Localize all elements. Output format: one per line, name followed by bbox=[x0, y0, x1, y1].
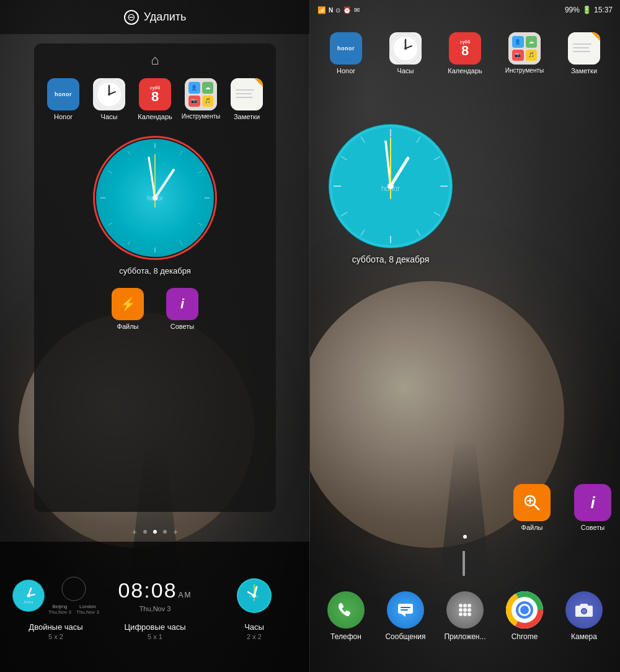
home-icon-row: ⌂ bbox=[34, 43, 276, 73]
svg-point-66 bbox=[459, 604, 463, 607]
honor-icon: honor bbox=[47, 78, 79, 110]
dot-3 bbox=[163, 530, 167, 534]
notes-label-right: Заметки bbox=[571, 67, 597, 75]
double-clock-name: Двойные часы bbox=[29, 622, 82, 632]
double-clock-icons: Beijing Beijing Thu,Nov 3 London bbox=[12, 574, 99, 617]
home-icon: ⌂ bbox=[151, 52, 159, 68]
top-app-grid: honor Honor Часы bbox=[34, 73, 276, 123]
dock-messages[interactable]: Сообщения bbox=[381, 591, 430, 641]
clock-icon-right bbox=[389, 32, 422, 65]
svg-point-38 bbox=[404, 47, 407, 50]
svg-line-17 bbox=[155, 170, 174, 198]
clock-icon bbox=[93, 78, 125, 110]
small-clock-icon-row: honor bbox=[211, 574, 298, 617]
app-notes[interactable]: Заметки bbox=[226, 78, 268, 121]
app-tools-right[interactable]: 👤 ☁ 📷 🎵 Инструменты bbox=[503, 32, 546, 75]
chrome-icon bbox=[506, 591, 543, 629]
clock-label: Часы bbox=[101, 113, 118, 121]
svg-point-24 bbox=[27, 594, 30, 597]
app-calendar[interactable]: субб 8 Календарь bbox=[134, 78, 176, 121]
clock-label-right: Часы bbox=[397, 67, 414, 75]
camera-label: Камера bbox=[571, 632, 597, 641]
svg-point-72 bbox=[459, 612, 463, 616]
app-tips-right[interactable]: i Советы bbox=[572, 484, 614, 532]
status-left: 📶 N ⊙ ⏰ ✉ bbox=[317, 6, 360, 14]
left-top-bar: ⊖ Удалить bbox=[0, 0, 310, 34]
app-files-card[interactable]: ⚡ Файлы bbox=[107, 288, 149, 331]
files-icon-right bbox=[513, 484, 551, 521]
svg-point-4 bbox=[108, 93, 110, 96]
small-clock-beijing: Beijing bbox=[12, 580, 45, 612]
svg-line-12 bbox=[128, 241, 130, 245]
notes-label: Заметки bbox=[234, 113, 260, 121]
dot-2-active bbox=[153, 530, 157, 534]
delete-button[interactable]: ⊖ Удалить bbox=[124, 10, 187, 25]
dock-chrome[interactable]: Chrome bbox=[500, 591, 549, 641]
phone-label: Телефон bbox=[330, 632, 361, 641]
tips-label-right: Советы bbox=[581, 524, 604, 532]
svg-marker-63 bbox=[401, 614, 405, 617]
mail-icon: ✉ bbox=[354, 6, 360, 14]
app-honor[interactable]: honor Honor bbox=[42, 78, 84, 121]
dock-appgrid[interactable]: Приложен... bbox=[440, 591, 490, 641]
panel-divider bbox=[309, 0, 310, 672]
svg-point-57 bbox=[388, 183, 394, 189]
clock-widget-name: Часы bbox=[244, 622, 264, 632]
nfc-icon: ⊙ bbox=[335, 7, 340, 14]
digital-ampm: AM bbox=[179, 591, 192, 599]
notes-icon-right bbox=[568, 32, 600, 65]
honor-icon-right: honor bbox=[330, 32, 362, 65]
dock-phone[interactable]: Телефон bbox=[321, 591, 371, 641]
svg-rect-62 bbox=[398, 604, 413, 614]
svg-line-6 bbox=[180, 151, 182, 155]
right-panel: 📶 N ⊙ ⏰ ✉ 99% 🔋 15:37 honor Honor bbox=[310, 0, 620, 672]
svg-point-68 bbox=[467, 604, 471, 607]
widget-clock[interactable]: honor Часы 2 x 2 bbox=[211, 574, 298, 640]
page-dots-left: + + bbox=[0, 527, 310, 537]
clock-widget-size: 2 x 2 bbox=[247, 633, 262, 640]
honor-label-right: Honor bbox=[337, 67, 355, 75]
double-clock-size: 5 x 2 bbox=[48, 633, 63, 640]
digital-clock-time: 08:08 AM bbox=[118, 578, 192, 603]
svg-line-9 bbox=[198, 223, 202, 225]
alarm-icon: ⏰ bbox=[343, 6, 352, 14]
app-tips-card[interactable]: i Советы bbox=[161, 288, 203, 331]
tools-label: Инструменты bbox=[182, 113, 220, 120]
app-clock-right[interactable]: Часы bbox=[384, 32, 427, 75]
tips-label-card: Советы bbox=[170, 323, 194, 331]
status-right: 99% 🔋 15:37 bbox=[565, 6, 613, 14]
time-display: 15:37 bbox=[594, 6, 613, 14]
svg-line-15 bbox=[108, 171, 112, 173]
svg-point-70 bbox=[463, 608, 467, 612]
widget-double-clock[interactable]: Beijing Beijing Thu,Nov 3 London bbox=[12, 574, 99, 640]
digital-clock-date: Thu,Nov 3 bbox=[140, 605, 171, 612]
bottom-widget-bar: Beijing Beijing Thu,Nov 3 London bbox=[0, 542, 310, 672]
dock-camera[interactable]: Камера bbox=[559, 591, 609, 641]
files-label-right: Файлы bbox=[521, 524, 543, 532]
svg-text:Beijing: Beijing bbox=[24, 600, 33, 604]
app-calendar-right[interactable]: субб 8 Календарь bbox=[444, 32, 486, 75]
app-clock[interactable]: Часы bbox=[88, 78, 130, 121]
camera-icon bbox=[565, 591, 603, 629]
appgrid-label: Приложен... bbox=[444, 632, 485, 641]
add-page-right[interactable]: + bbox=[173, 527, 178, 537]
add-page-left[interactable]: + bbox=[132, 527, 137, 537]
digital-clock-display-container: 08:08 AM Thu,Nov 3 bbox=[112, 574, 198, 617]
svg-line-16 bbox=[128, 151, 130, 155]
svg-line-59 bbox=[534, 504, 539, 509]
app-tools[interactable]: 👤 ☁ 📷 🎵 Инструменты bbox=[180, 78, 222, 121]
app-files-right[interactable]: Файлы bbox=[511, 484, 553, 532]
widget-digital-clock[interactable]: 08:08 AM Thu,Nov 3 Цифровые часы 5 x 1 bbox=[112, 574, 198, 640]
appgrid-icon bbox=[446, 591, 484, 629]
clock-ring: honor bbox=[93, 136, 217, 260]
left-panel: ⊖ Удалить ⌂ honor Honor bbox=[0, 0, 310, 672]
app-notes-right[interactable]: Заметки bbox=[563, 32, 605, 75]
tips-icon-card: i bbox=[166, 288, 198, 320]
battery-icon: 🔋 bbox=[582, 6, 591, 14]
calendar-icon: субб 8 bbox=[139, 78, 171, 110]
large-clock-widget: honor bbox=[34, 136, 276, 276]
app-honor-right[interactable]: honor Honor bbox=[325, 32, 367, 75]
bottom-dock: Телефон Сообщения bbox=[310, 560, 620, 672]
chrome-label: Chrome bbox=[512, 632, 538, 641]
svg-point-69 bbox=[459, 608, 463, 612]
